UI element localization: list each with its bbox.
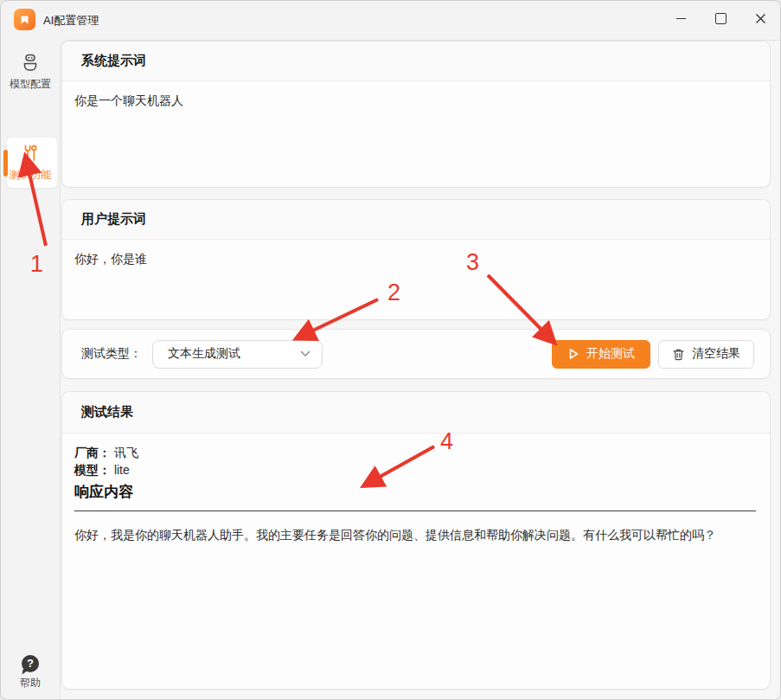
vendor-label: 厂商：	[74, 446, 111, 459]
help-chat-icon: ?	[22, 655, 39, 672]
test-controls-card: 测试类型： 文本生成测试 开始测试	[61, 329, 771, 379]
test-type-value: 文本生成测试	[168, 346, 240, 362]
sidebar-item-help[interactable]: ? 帮助	[1, 655, 60, 690]
user-prompt-card: 用户提示词 你好，你是谁	[61, 199, 771, 320]
test-type-select[interactable]: 文本生成测试	[152, 340, 323, 369]
model-value: lite	[114, 463, 130, 477]
maximize-icon	[715, 13, 727, 24]
system-prompt-title: 系统提示词	[62, 42, 770, 81]
start-test-button[interactable]: 开始测试	[552, 340, 650, 369]
clear-results-label: 清空结果	[692, 346, 740, 362]
close-button[interactable]	[740, 1, 780, 35]
user-prompt-title: 用户提示词	[62, 200, 770, 240]
sidebar-item-model-config[interactable]: 模型配置	[1, 53, 60, 92]
user-prompt-textarea[interactable]: 你好，你是谁	[62, 240, 770, 320]
response-heading: 响应内容	[74, 482, 756, 503]
clear-results-button[interactable]: 清空结果	[658, 340, 754, 369]
minimize-icon	[676, 18, 686, 19]
test-results-title: 测试结果	[62, 392, 770, 433]
vendor-value: 讯飞	[114, 446, 138, 459]
help-question-mark: ?	[27, 657, 34, 670]
title-bar: AI配置管理	[1, 1, 780, 40]
window-title: AI配置管理	[43, 13, 99, 29]
start-test-label: 开始测试	[586, 346, 635, 362]
chevron-down-icon	[300, 350, 310, 357]
tools-icon	[20, 144, 41, 163]
trash-icon	[672, 348, 685, 361]
sidebar: 模型配置 测试功能 ? 帮助	[1, 40, 60, 699]
sidebar-item-label: 模型配置	[1, 77, 60, 92]
system-prompt-card: 系统提示词 你是一个聊天机器人	[61, 41, 771, 188]
response-area: 你好，我是你的聊天机器人助手。我的主要任务是回答你的问题、提供信息和帮助你解决问…	[74, 526, 756, 544]
model-line: 模型： lite	[74, 461, 756, 478]
minimize-button[interactable]	[661, 1, 701, 35]
app-logo-icon	[14, 9, 35, 30]
sidebar-item-test-function[interactable]: 测试功能	[1, 144, 60, 183]
app-window: AI配置管理 模型配置	[0, 0, 781, 700]
sidebar-item-label: 测试功能	[1, 168, 60, 183]
test-results-card: 测试结果 厂商： 讯飞 模型： lite 响应内容 你好，我是你的聊天机器人助手…	[61, 391, 771, 690]
model-label: 模型：	[74, 463, 111, 477]
play-icon	[567, 348, 579, 360]
main-panel: 系统提示词 你是一个聊天机器人 用户提示词 你好，你是谁 测试类型： 文本生成测…	[60, 40, 781, 700]
system-prompt-textarea[interactable]: 你是一个聊天机器人	[62, 81, 770, 188]
robot-icon	[20, 53, 41, 72]
vendor-line: 厂商： 讯飞	[74, 444, 756, 461]
help-label: 帮助	[1, 676, 60, 690]
response-divider	[74, 511, 756, 511]
window-controls	[661, 1, 780, 35]
close-icon	[755, 13, 766, 24]
maximize-button[interactable]	[701, 1, 740, 35]
test-type-label: 测试类型：	[81, 346, 142, 362]
